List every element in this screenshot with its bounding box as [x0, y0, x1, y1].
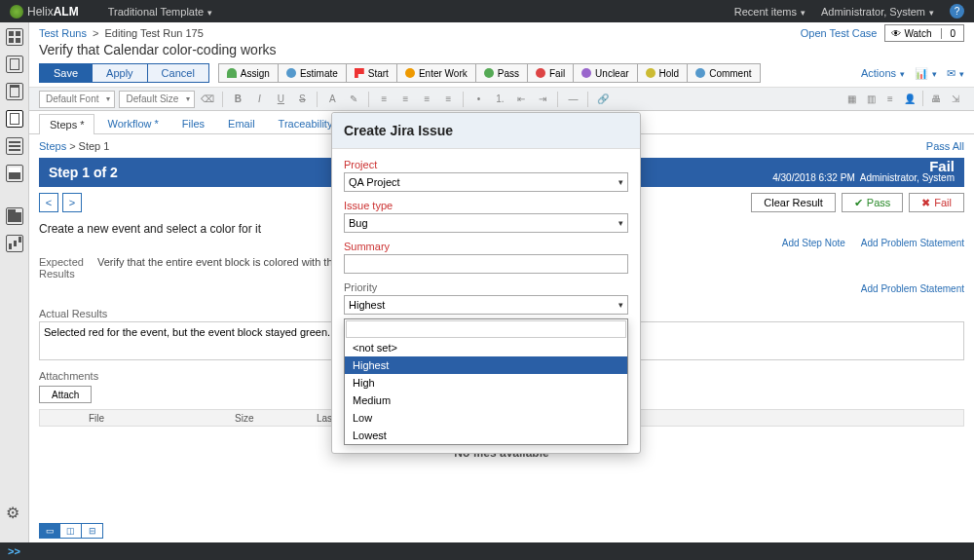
clear-result-button[interactable]: Clear Result [751, 193, 836, 212]
col-file[interactable]: File [89, 413, 235, 424]
mail-menu-icon[interactable]: ✉ [947, 67, 964, 80]
clear-format-icon[interactable]: ⌫ [199, 91, 216, 108]
textcolor-icon[interactable]: A [323, 91, 341, 108]
font-select[interactable]: Default Font [39, 91, 115, 108]
apply-button[interactable]: Apply [93, 63, 148, 83]
highlight-icon[interactable]: ✎ [345, 91, 362, 108]
priority-dropdown: <not set> Highest High Medium Low Lowest [344, 318, 628, 445]
crumb-step1: Step 1 [79, 140, 110, 152]
enter-work-button[interactable]: Enter Work [396, 63, 476, 83]
indent-icon[interactable]: ⇥ [534, 91, 551, 108]
chart-menu-icon[interactable]: 📊 [915, 67, 937, 80]
view-mode-3-icon[interactable]: ⊟ [82, 523, 103, 539]
help-icon[interactable]: ? [950, 4, 964, 19]
pass-button[interactable]: Pass [475, 63, 528, 83]
priority-option-notset[interactable]: <not set> [345, 339, 627, 356]
person-icon [227, 68, 237, 78]
cancel-button[interactable]: Cancel [148, 63, 209, 83]
bold-icon[interactable]: B [229, 91, 246, 108]
outdent-icon[interactable]: ⇤ [512, 91, 530, 108]
flag-icon [355, 68, 364, 78]
rail-reports-icon[interactable] [6, 165, 23, 182]
rail-analytics-icon[interactable] [6, 235, 23, 252]
create-jira-modal: Create Jira Issue Project QA Project Iss… [331, 112, 641, 454]
rail-testruns-icon[interactable] [6, 110, 23, 128]
add-problem-link-2[interactable]: Add Problem Statement [861, 283, 964, 294]
recent-items-menu[interactable]: Recent items [734, 6, 805, 18]
rail-dashboard-icon[interactable] [6, 28, 23, 46]
export-icon[interactable]: ⇲ [947, 91, 964, 108]
priority-option-highest[interactable]: Highest [345, 356, 627, 374]
pass-all-link[interactable]: Pass All [926, 140, 964, 152]
tab-steps[interactable]: Steps * [39, 114, 94, 134]
size-select[interactable]: Default Size [119, 91, 195, 108]
print-icon[interactable]: 🖶 [927, 91, 945, 108]
underline-icon[interactable]: U [272, 91, 289, 108]
estimate-button[interactable]: Estimate [278, 63, 347, 83]
crumb-steps-link[interactable]: Steps [39, 140, 66, 152]
view1-icon[interactable]: ▦ [843, 91, 860, 108]
rail-settings-icon[interactable] [6, 505, 23, 523]
comment-button[interactable]: Comment [687, 63, 760, 83]
view-mode-switcher: ▭ ◫ ⊟ [39, 523, 103, 539]
fail-icon [536, 68, 545, 78]
priority-option-high[interactable]: High [345, 374, 627, 392]
rail-testcases-icon[interactable] [6, 83, 23, 100]
step-meta: 4/30/2018 6:32 PM Administrator, System [772, 172, 955, 184]
save-button[interactable]: Save [39, 63, 93, 83]
priority-select[interactable]: Highest [344, 295, 628, 315]
align-right-icon[interactable]: ≡ [418, 91, 435, 108]
fail-button[interactable]: Fail [527, 63, 574, 83]
expected-label: Expected Results [39, 256, 97, 280]
add-step-note-link[interactable]: Add Step Note [782, 238, 845, 248]
tab-workflow[interactable]: Workflow * [96, 113, 169, 133]
attach-button[interactable]: Attach [39, 386, 92, 403]
assign-button[interactable]: Assign [218, 63, 279, 83]
rail-folders-icon[interactable] [6, 207, 23, 225]
strike-icon[interactable]: S [293, 91, 311, 108]
project-select[interactable]: QA Project [344, 172, 628, 192]
actions-menu[interactable]: Actions [861, 67, 905, 79]
crumb-testruns[interactable]: Test Runs [39, 27, 87, 39]
view-mode-2-icon[interactable]: ◫ [60, 523, 82, 539]
step-title: Step 1 of 2 [49, 165, 118, 180]
list-bullet-icon[interactable]: • [469, 91, 487, 108]
template-selector[interactable]: Traditional Template [108, 6, 212, 18]
view4-icon[interactable]: 👤 [901, 91, 918, 108]
breadcrumb: Test Runs > Editing Test Run 175 [39, 27, 204, 39]
summary-input[interactable] [344, 254, 628, 274]
step-pass-button[interactable]: ✔Pass [842, 193, 903, 212]
dropdown-search-input[interactable] [346, 320, 626, 338]
pass-icon [484, 68, 494, 78]
tab-email[interactable]: Email [217, 113, 266, 133]
start-button[interactable]: Start [346, 63, 397, 83]
tab-files[interactable]: Files [171, 113, 215, 133]
unclear-button[interactable]: Unclear [573, 63, 637, 83]
top-bar: HelixALM Traditional Template Recent ite… [0, 0, 974, 22]
view2-icon[interactable]: ▥ [862, 91, 880, 108]
priority-option-lowest[interactable]: Lowest [345, 427, 627, 444]
view3-icon[interactable]: ≡ [881, 91, 899, 108]
add-problem-link[interactable]: Add Problem Statement [861, 238, 964, 248]
issuetype-select[interactable]: Bug [344, 213, 628, 233]
italic-icon[interactable]: I [250, 91, 268, 108]
step-fail-button[interactable]: ✖Fail [909, 193, 964, 212]
hr-icon[interactable]: — [564, 91, 581, 108]
align-left-icon[interactable]: ≡ [375, 91, 393, 108]
list-number-icon[interactable]: 1. [491, 91, 508, 108]
rail-requirements-icon[interactable] [6, 56, 23, 73]
rail-issues-icon[interactable] [6, 137, 23, 155]
col-size[interactable]: Size [235, 413, 313, 424]
open-test-case-link[interactable]: Open Test Case [801, 27, 878, 39]
priority-option-low[interactable]: Low [345, 409, 627, 427]
next-step-button[interactable]: > [62, 193, 82, 212]
summary-label: Summary [344, 241, 628, 252]
user-menu[interactable]: Administrator, System [821, 6, 934, 18]
prev-step-button[interactable]: < [39, 193, 58, 212]
align-justify-icon[interactable]: ≡ [439, 91, 457, 108]
view-mode-1-icon[interactable]: ▭ [39, 523, 60, 539]
link-icon[interactable]: 🔗 [594, 91, 612, 108]
align-center-icon[interactable]: ≡ [396, 91, 414, 108]
priority-option-medium[interactable]: Medium [345, 392, 627, 409]
hold-button[interactable]: Hold [637, 63, 689, 83]
